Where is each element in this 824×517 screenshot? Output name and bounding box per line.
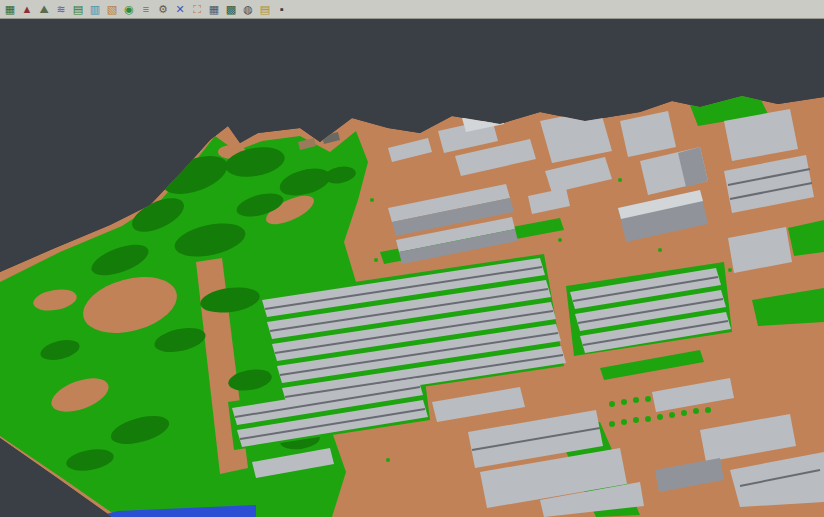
- point-cloud-scene: [0, 0, 824, 517]
- water-icon: ≋: [56, 4, 65, 15]
- toolbar-button[interactable]: ▤: [257, 1, 273, 17]
- contour-lines-icon: ≡: [143, 4, 149, 15]
- mesh-icon: ▩: [226, 4, 236, 15]
- toolbar-button[interactable]: ⛰: [36, 1, 52, 17]
- toolbar: ▦ ▲ ⛰ ≋ ▤ ▥ ▧: [0, 0, 824, 19]
- toolbar-button[interactable]: ◉: [121, 1, 137, 17]
- toolbar-button[interactable]: ▪: [274, 1, 290, 17]
- viewport-3d[interactable]: [0, 0, 824, 517]
- classify-icon: ▲: [22, 4, 33, 15]
- axes-icon: ✕: [175, 4, 184, 15]
- toolbar-button[interactable]: ≡: [138, 1, 154, 17]
- toolbar-button[interactable]: ▦: [2, 1, 18, 17]
- sphere-icon: ◍: [243, 4, 253, 15]
- toolbar-button[interactable]: ▩: [223, 1, 239, 17]
- measure-icon: ▪: [280, 4, 284, 15]
- layers-icon: ▤: [260, 4, 270, 15]
- toolbar-button[interactable]: ▤: [70, 1, 86, 17]
- hatch-icon: ▧: [107, 4, 117, 15]
- extent-icon: ⛶: [193, 4, 201, 15]
- mountain-icon: ⛰: [39, 4, 48, 15]
- toolbar-button[interactable]: ◍: [240, 1, 256, 17]
- terrain-grid-icon: ▦: [5, 4, 15, 15]
- toolbar-button[interactable]: ≋: [53, 1, 69, 17]
- gear-icon: ⚙: [158, 4, 168, 15]
- toolbar-button[interactable]: ✕: [172, 1, 188, 17]
- vegetation-icon: ▤: [73, 4, 83, 15]
- toolbar-button[interactable]: ▦: [206, 1, 222, 17]
- toolbar-button[interactable]: ⛶: [189, 1, 205, 17]
- toolbar-button[interactable]: ▥: [87, 1, 103, 17]
- grid-icon: ▦: [209, 4, 219, 15]
- application-window: ▦ ▲ ⛰ ≋ ▤ ▥ ▧: [0, 0, 824, 517]
- toolbar-button[interactable]: ▲: [19, 1, 35, 17]
- globe-icon: ◉: [124, 4, 134, 15]
- toolbar-button[interactable]: ▧: [104, 1, 120, 17]
- columns-icon: ▥: [90, 4, 100, 15]
- toolbar-button[interactable]: ⚙: [155, 1, 171, 17]
